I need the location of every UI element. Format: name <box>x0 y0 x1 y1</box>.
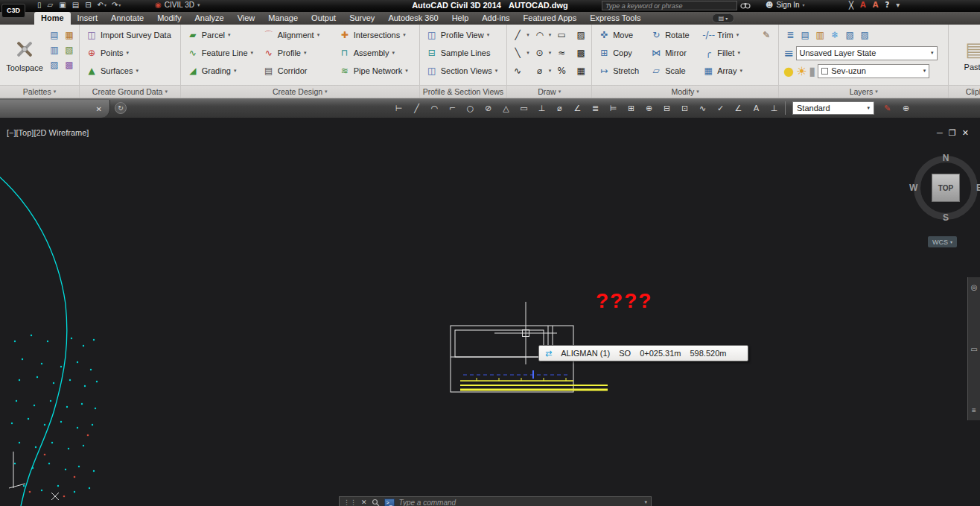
feature-line-button[interactable]: ∿ Feature Line ▾ <box>184 44 258 62</box>
parcel-button[interactable]: ▰ Parcel ▾ <box>184 26 258 44</box>
corridor-button[interactable]: ▤ Corridor <box>260 62 334 80</box>
jogged-dim-icon[interactable]: ∿ <box>694 101 711 116</box>
text-style-icon[interactable]: A <box>748 101 765 116</box>
panel-label-palettes[interactable]: Palettes ▾ <box>0 85 79 98</box>
model-space-viewport[interactable]: [−] [Top] [2D Wireframe] ─ ❐ ✕ N S W E T… <box>0 118 980 506</box>
points-button[interactable]: ⊕ Points ▾ <box>83 44 177 62</box>
autodesk-a-icon[interactable]: A <box>860 1 866 9</box>
tab-output[interactable]: Output <box>305 12 343 25</box>
circle-tool-icon[interactable]: ⊙ ▾ <box>532 44 553 62</box>
tab-annotate[interactable]: Annotate <box>104 12 150 25</box>
toolbar-round-button[interactable]: ↻ <box>115 102 127 114</box>
tab-analyze[interactable]: Analyze <box>188 12 231 25</box>
command-input[interactable]: Type a command <box>399 499 456 506</box>
scale-button[interactable]: ▱ Scale <box>647 62 698 80</box>
help-icon[interactable]: ? <box>885 1 890 9</box>
panel-label-draw[interactable]: Draw ▾ <box>507 85 591 98</box>
layer-on-icon[interactable]: ● <box>783 64 794 78</box>
dim-continue-icon[interactable]: ⊨ <box>605 101 622 116</box>
close-icon[interactable]: ✕ <box>96 105 102 113</box>
tab-view[interactable]: View <box>231 12 262 25</box>
paste-button[interactable]: ▤ Paste <box>953 26 980 83</box>
panel-label-clipboard[interactable]: Clipb <box>949 85 980 98</box>
chevron-down-icon[interactable]: ▾ <box>644 499 647 505</box>
tab-add-ins[interactable]: Add-ins <box>475 12 516 25</box>
layer-state-icon[interactable]: ▤ <box>798 28 812 42</box>
line-tool-icon[interactable]: ╱ ▾ <box>510 26 531 44</box>
layer-lock-toggle-icon[interactable]: ▧ <box>843 28 856 42</box>
panel-label-profile-section-views[interactable]: Profile & Section Views <box>420 85 506 98</box>
dim-linear-icon[interactable]: ⊢ <box>390 101 407 116</box>
layer-lock-icon[interactable]: ▮ <box>809 64 815 78</box>
dimension-style-dropdown[interactable]: Standard ▾ <box>792 101 874 115</box>
tab-insert[interactable]: Insert <box>71 12 105 25</box>
application-menu-button[interactable]: C3D <box>1 4 25 18</box>
prospector-icon[interactable]: ▤ <box>48 28 61 42</box>
tab-help[interactable]: Help <box>445 12 476 25</box>
workspace-switcher[interactable]: ◉ CIVIL 3D ▾ <box>155 1 200 9</box>
command-line[interactable]: ⋮⋮ ✕ >_ Type a command ▾ <box>339 496 652 506</box>
mirror-button[interactable]: ⋈ Mirror <box>647 44 698 62</box>
spline-tool-icon[interactable]: ∿ <box>510 62 531 80</box>
tool-palettes-icon[interactable]: ▩ <box>63 58 76 72</box>
search-binoculars-icon[interactable] <box>740 1 751 10</box>
layer-state-dropdown[interactable]: Unsaved Layer State ▾ <box>796 46 938 60</box>
toolbox-icon[interactable]: ▧ <box>63 43 76 57</box>
dim-style-edit-icon[interactable]: ✎ <box>879 101 896 116</box>
toolbar-handle[interactable]: ✕ <box>0 100 110 118</box>
trim-button[interactable]: -/-- Trim ▾ <box>699 26 756 44</box>
layer-properties-icon[interactable]: ≣ <box>783 28 797 42</box>
exchange-apps-icon[interactable]: ╳ <box>849 1 853 9</box>
profile-view-button[interactable]: ◫ Profile View ▾ <box>423 26 503 44</box>
drag-grip-icon[interactable]: ⋮⋮ <box>343 499 357 506</box>
survey-palette-icon[interactable]: ▥ <box>48 43 61 57</box>
panel-label-create-ground-data[interactable]: Create Ground Data ▾ <box>80 85 180 98</box>
saveas-icon[interactable]: ▤ <box>71 1 81 9</box>
dim-radius-icon[interactable]: ⌀ <box>551 101 568 116</box>
layer-dropdown[interactable]: Sev-uzun ▾ <box>818 64 929 78</box>
surfaces-button[interactable]: ▲ Surfaces ▾ <box>83 62 177 80</box>
layer-off-icon[interactable]: ▨ <box>858 28 871 42</box>
polyline-icon[interactable]: ⌐ <box>444 101 461 116</box>
layer-color-swatch[interactable] <box>821 68 828 75</box>
quick-dim-icon[interactable]: ⊞ <box>623 101 640 116</box>
layer-thaw-icon[interactable]: ☀ <box>796 64 806 78</box>
layer-isolate-icon[interactable]: ▥ <box>813 28 827 42</box>
qnew-icon[interactable]: ▯ <box>36 1 44 9</box>
assembly-button[interactable]: ⊓ Assembly ▾ <box>336 44 416 62</box>
intersections-button[interactable]: ✚ Intersections ▾ <box>336 26 416 44</box>
point-tool-icon[interactable]: % <box>554 62 572 80</box>
dim-update-icon[interactable]: ⊥ <box>766 101 783 116</box>
open-icon[interactable]: ▱ <box>46 1 56 9</box>
dim-break-icon[interactable]: ⊟ <box>658 101 675 116</box>
toolspace-button[interactable]: Toolspace <box>3 26 46 83</box>
search-icon[interactable] <box>372 499 380 506</box>
rectangle-tool-icon[interactable]: ▭ <box>554 26 572 44</box>
tab-featured-apps[interactable]: Featured Apps <box>517 12 584 25</box>
section-views-button[interactable]: ◫ Section Views ▾ <box>423 62 503 80</box>
dim-override-icon[interactable]: ⊕ <box>897 101 914 116</box>
grading-button[interactable]: ◢ Grading ▾ <box>184 62 258 80</box>
arc-tool-icon[interactable]: ◠ ▾ <box>532 26 553 44</box>
properties-palette-icon[interactable]: ▨ <box>48 58 61 72</box>
pipe-network-button[interactable]: ≋ Pipe Network ▾ <box>336 62 416 80</box>
layer-freeze-icon[interactable]: ❄ <box>828 28 841 42</box>
circle-icon[interactable]: ○ <box>462 101 479 116</box>
close-icon[interactable]: ✕ <box>361 499 367 506</box>
dim-angular-icon[interactable]: ∠ <box>569 101 586 116</box>
hatch-tool-icon[interactable]: ▨ <box>573 26 588 44</box>
xline-tool-icon[interactable]: ╲ ▾ <box>510 44 531 62</box>
qsave-icon[interactable]: ▣ <box>57 1 68 9</box>
boundary-tool-icon[interactable]: ▦ <box>573 62 588 80</box>
arc-icon[interactable]: ◠ <box>426 101 443 116</box>
panel-label-modify[interactable]: Modify ▾ <box>592 85 778 98</box>
ellipse-icon[interactable]: ⊘ <box>480 101 497 116</box>
array-button[interactable]: ▦ Array ▾ <box>699 62 756 80</box>
profile-button[interactable]: ∿ Profile ▾ <box>260 44 334 62</box>
inspect-icon[interactable]: ✓ <box>712 101 729 116</box>
rotate-button[interactable]: ↻ Rotate <box>647 26 698 44</box>
panel-label-create-design[interactable]: Create Design ▾ <box>181 85 419 98</box>
stretch-button[interactable]: ↦ Stretch <box>595 62 646 80</box>
polygon-icon[interactable]: △ <box>497 101 515 116</box>
copy-button[interactable]: ⊞ Copy <box>595 44 646 62</box>
